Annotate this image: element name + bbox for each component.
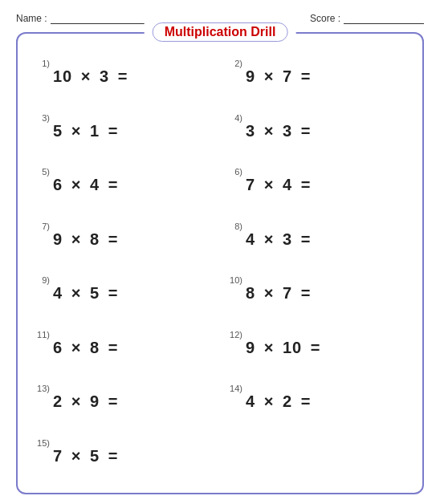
name-label: Name : <box>16 13 47 24</box>
eq-sign: = <box>108 122 119 140</box>
problem-number: 3) <box>34 112 50 123</box>
problem-number: 10) <box>226 274 242 285</box>
problem-expression: 9 × 7 = <box>246 67 311 86</box>
eq-sign: = <box>301 176 312 193</box>
times-sign: × <box>264 230 275 248</box>
times-sign: × <box>71 230 82 248</box>
problem-expression: 7 × 4 = <box>246 176 311 194</box>
times-sign: × <box>71 122 82 140</box>
times-sign: × <box>71 284 82 302</box>
times-sign: × <box>71 176 82 193</box>
times-sign: × <box>264 284 275 302</box>
times-sign: × <box>264 176 275 193</box>
problem-number: 6) <box>226 166 242 177</box>
problem-number: 2) <box>226 58 242 68</box>
worksheet-title: Multiplication Drill <box>145 22 296 42</box>
times-sign: × <box>264 339 275 356</box>
problem-expression: 9 × 10 = <box>246 339 320 357</box>
problem-cell: 9)4 × 5 = <box>27 266 220 321</box>
eq-sign: = <box>118 67 128 85</box>
problem-number: 11) <box>34 329 50 339</box>
score-underline <box>344 13 424 24</box>
problem-number: 8) <box>226 221 242 231</box>
problem-cell: 11)6 × 8 = <box>27 321 220 376</box>
times-sign: × <box>264 392 275 410</box>
eq-sign: = <box>108 230 119 248</box>
score-section: Score : <box>310 13 424 24</box>
problem-number: 13) <box>34 383 50 393</box>
problem-cell: 7)9 × 8 = <box>27 213 220 267</box>
name-underline <box>51 13 155 24</box>
problem-cell: 12)9 × 10 = <box>220 321 413 376</box>
problem-expression: 6 × 4 = <box>53 176 118 194</box>
problem-expression: 4 × 3 = <box>246 230 311 249</box>
problem-expression: 5 × 1 = <box>53 122 118 140</box>
problem-expression: 3 × 3 = <box>246 122 311 140</box>
eq-sign: = <box>301 284 312 302</box>
eq-sign: = <box>108 447 119 465</box>
name-section: Name : <box>16 13 155 24</box>
times-sign: × <box>71 447 82 465</box>
problems-grid: 1)10 × 3 =2)9 × 7 =3)5 × 1 =4)3 × 3 =5)6… <box>27 50 413 483</box>
eq-sign: = <box>108 176 119 193</box>
problem-number: 12) <box>226 329 242 339</box>
problem-cell: 5)6 × 4 = <box>27 158 220 213</box>
problem-cell: 13)2 × 9 = <box>27 375 220 429</box>
times-sign: × <box>71 339 82 356</box>
eq-sign: = <box>108 339 119 356</box>
problem-cell: 10)8 × 7 = <box>220 266 413 321</box>
eq-sign: = <box>301 392 312 410</box>
problem-cell: 6)7 × 4 = <box>220 158 413 213</box>
problem-expression: 8 × 7 = <box>246 284 311 303</box>
problem-cell: 14)4 × 2 = <box>220 375 413 429</box>
eq-sign: = <box>301 230 312 248</box>
problem-cell: 15)7 × 5 = <box>27 429 220 484</box>
eq-sign: = <box>108 284 119 302</box>
problem-cell: 2)9 × 7 = <box>220 50 413 104</box>
times-sign: × <box>264 122 275 140</box>
problem-number: 4) <box>226 112 242 123</box>
problem-number: 5) <box>34 166 50 177</box>
problem-expression: 4 × 2 = <box>246 392 311 411</box>
problem-cell: 4)3 × 3 = <box>220 104 413 159</box>
worksheet: Multiplication Drill 1)10 × 3 =2)9 × 7 =… <box>16 32 424 494</box>
problem-cell: 1)10 × 3 = <box>27 50 220 104</box>
problem-expression: 4 × 5 = <box>53 284 118 303</box>
problem-expression: 10 × 3 = <box>53 67 128 86</box>
eq-sign: = <box>311 339 321 356</box>
problem-cell: 3)5 × 1 = <box>27 104 220 159</box>
problem-expression: 9 × 8 = <box>53 230 118 249</box>
problem-number: 14) <box>226 383 242 393</box>
problem-number: 15) <box>34 437 50 448</box>
title-text: Multiplication Drill <box>153 22 288 42</box>
problem-cell: 8)4 × 3 = <box>220 213 413 267</box>
problem-expression: 2 × 9 = <box>53 392 118 411</box>
times-sign: × <box>71 392 82 410</box>
times-sign: × <box>264 67 275 85</box>
problem-number: 1) <box>34 58 50 68</box>
score-label: Score : <box>310 13 340 24</box>
problem-expression: 6 × 8 = <box>53 339 118 357</box>
problem-expression: 7 × 5 = <box>53 447 118 465</box>
times-sign: × <box>81 67 92 85</box>
problem-number: 9) <box>34 274 50 285</box>
eq-sign: = <box>301 67 312 85</box>
eq-sign: = <box>301 122 312 140</box>
problem-number: 7) <box>34 221 50 231</box>
eq-sign: = <box>108 392 119 410</box>
